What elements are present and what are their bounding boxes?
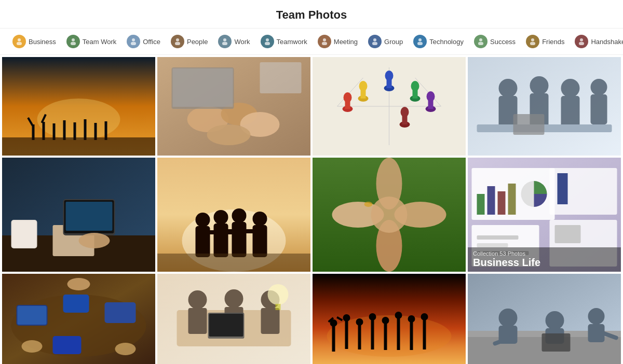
svg-rect-31 [43, 122, 45, 140]
svg-point-166 [421, 313, 428, 320]
photo-item[interactable] [468, 57, 621, 156]
svg-point-154 [343, 314, 350, 321]
svg-point-91 [79, 233, 110, 248]
svg-rect-151 [332, 326, 335, 352]
svg-rect-47 [173, 68, 233, 107]
svg-rect-140 [188, 308, 207, 334]
tag-item-group[interactable]: Group [364, 33, 407, 50]
tag-item-success[interactable]: Success [470, 33, 520, 50]
svg-rect-130 [18, 306, 47, 325]
svg-rect-146 [209, 314, 243, 337]
svg-point-12 [323, 38, 326, 41]
svg-point-94 [196, 213, 210, 227]
page-title: Team Photos [0, 0, 623, 28]
svg-rect-17 [417, 42, 423, 45]
photo-item[interactable] [2, 274, 155, 364]
svg-point-96 [214, 210, 228, 225]
svg-point-65 [411, 81, 419, 91]
photo-item[interactable] [313, 274, 466, 364]
svg-point-68 [427, 91, 435, 102]
svg-rect-161 [397, 318, 400, 350]
tag-label-meeting: Meeting [334, 38, 358, 46]
svg-rect-48 [260, 62, 302, 93]
svg-point-6 [176, 38, 179, 41]
svg-point-134 [22, 340, 43, 353]
tag-item-handshake[interactable]: Handshake [571, 33, 623, 50]
svg-rect-9 [222, 42, 227, 45]
svg-rect-95 [196, 226, 210, 257]
svg-rect-126 [555, 225, 581, 243]
tag-item-teamwork_people[interactable]: Team Work [62, 33, 121, 50]
svg-rect-19 [478, 42, 483, 45]
svg-rect-114 [477, 194, 485, 215]
svg-point-172 [499, 309, 518, 327]
svg-point-160 [382, 317, 389, 324]
svg-rect-7 [175, 42, 180, 45]
tag-item-office[interactable]: Office [123, 33, 165, 50]
svg-rect-155 [358, 325, 361, 349]
svg-point-4 [132, 38, 135, 41]
svg-rect-35 [84, 119, 87, 140]
svg-rect-80 [591, 94, 607, 124]
svg-rect-117 [508, 184, 516, 215]
photo-item[interactable] [313, 158, 466, 272]
svg-rect-13 [322, 42, 327, 45]
photo-item[interactable] [157, 158, 310, 272]
svg-point-18 [479, 38, 482, 41]
collection-title: Business Life [473, 257, 616, 269]
tag-item-teamwork[interactable]: Teamwork [256, 33, 312, 50]
svg-rect-15 [372, 42, 377, 45]
tag-item-work[interactable]: Work [214, 33, 254, 50]
svg-point-10 [266, 38, 269, 41]
tag-item-friends[interactable]: Friends [522, 33, 568, 50]
svg-rect-133 [53, 336, 82, 354]
tag-label-work: Work [234, 38, 250, 46]
svg-rect-40 [2, 137, 155, 156]
photo-item[interactable] [157, 57, 310, 156]
photo-item[interactable] [2, 158, 155, 272]
photo-item[interactable] [313, 57, 466, 156]
svg-point-75 [530, 76, 549, 95]
svg-rect-153 [345, 320, 348, 349]
svg-rect-103 [226, 229, 258, 233]
tag-label-friends: Friends [542, 38, 564, 46]
svg-rect-132 [105, 302, 136, 323]
tag-label-teamwork: Teamwork [277, 38, 307, 46]
svg-point-158 [369, 313, 376, 320]
svg-point-177 [588, 308, 605, 325]
photo-item[interactable] [468, 274, 621, 364]
tag-label-success: Success [490, 38, 516, 46]
svg-rect-120 [477, 235, 519, 240]
tag-item-business[interactable]: Business [8, 33, 60, 50]
svg-rect-165 [423, 319, 426, 349]
svg-point-141 [225, 289, 243, 308]
svg-point-111 [364, 202, 373, 207]
svg-rect-82 [513, 114, 545, 135]
svg-rect-104 [157, 254, 310, 272]
photo-grid: Collection 53 Photos Business Life [0, 55, 623, 364]
tag-label-technology: Technology [429, 38, 464, 46]
svg-point-135 [115, 343, 136, 355]
tag-item-meeting[interactable]: Meeting [314, 33, 362, 50]
svg-point-162 [395, 312, 402, 319]
svg-rect-157 [371, 319, 374, 349]
svg-point-0 [18, 38, 21, 41]
svg-rect-21 [530, 42, 535, 45]
svg-rect-34 [74, 122, 76, 140]
svg-point-147 [268, 284, 289, 305]
tag-label-office: Office [143, 38, 160, 46]
tag-label-handshake: Handshake [591, 38, 623, 46]
photo-item[interactable] [2, 57, 155, 156]
svg-rect-97 [214, 223, 228, 257]
svg-rect-99 [232, 222, 247, 257]
tag-label-group: Group [384, 38, 403, 46]
svg-rect-86 [12, 221, 36, 247]
tag-label-teamwork_people: Team Work [83, 38, 117, 46]
svg-rect-23 [579, 42, 584, 45]
svg-point-20 [531, 38, 534, 41]
photo-item[interactable] [157, 274, 310, 364]
tag-item-technology[interactable]: Technology [409, 33, 468, 50]
svg-point-100 [253, 212, 267, 226]
photo-item[interactable]: Collection 53 Photos Business Life [468, 158, 621, 272]
tag-item-people[interactable]: People [167, 33, 212, 50]
